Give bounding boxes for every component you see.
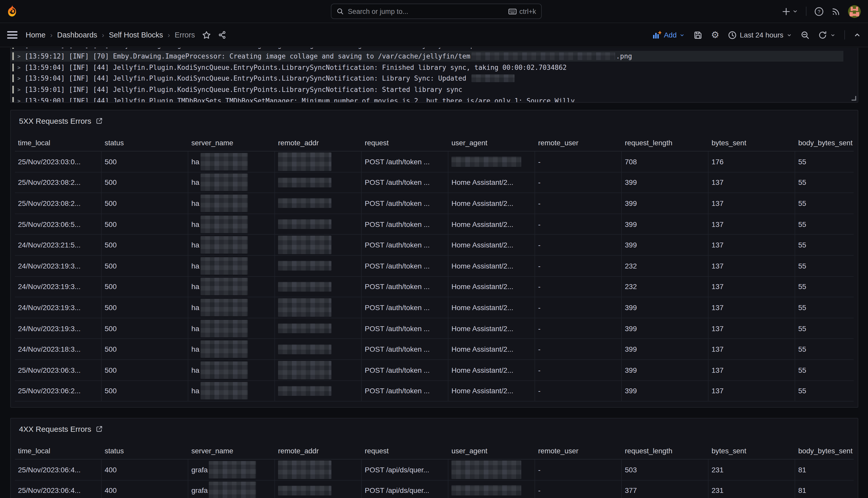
help-button[interactable]: ? bbox=[814, 6, 824, 16]
mega-menu-icon[interactable] bbox=[7, 31, 17, 39]
table-row: 25/Nov/2023:06:5...500haPOST /auth/token… bbox=[15, 214, 854, 235]
column-header-remote_addr[interactable]: remote_addr bbox=[275, 139, 362, 147]
cell-bytes_sent: 137 bbox=[708, 318, 795, 339]
add-button[interactable]: Add bbox=[653, 31, 685, 39]
search-placeholder: Search or jump to... bbox=[348, 8, 408, 15]
log-row[interactable]: >[13:59:12] [INF] [70] Emby.Drawing.Imag… bbox=[11, 51, 843, 62]
cell-body_bytes_sent: 55 bbox=[795, 360, 858, 380]
cell-bytes_sent: 231 bbox=[708, 459, 795, 480]
cell-remote_user: - bbox=[535, 459, 622, 480]
grafana-logo-icon[interactable] bbox=[7, 5, 17, 17]
share-icon[interactable] bbox=[218, 31, 226, 39]
star-icon[interactable] bbox=[202, 30, 211, 39]
cell-body_bytes_sent: 55 bbox=[795, 318, 858, 339]
cell-request: POST /auth/token ... bbox=[362, 276, 448, 297]
new-menu-button[interactable] bbox=[782, 7, 798, 16]
redacted-value bbox=[278, 261, 331, 271]
log-expand-icon[interactable]: > bbox=[17, 64, 21, 70]
cell-time_local: 25/Nov/2023:08:2... bbox=[15, 193, 101, 213]
cell-bytes_sent: 137 bbox=[708, 276, 795, 297]
cell-body_bytes_sent: 55 bbox=[795, 214, 858, 234]
cell-request: POST /auth/token ... bbox=[362, 297, 448, 317]
log-expand-icon[interactable]: > bbox=[17, 53, 21, 59]
cell-time_local: 25/Nov/2023:06:4... bbox=[15, 480, 101, 498]
log-expand-icon[interactable]: > bbox=[17, 76, 21, 81]
refresh-button[interactable] bbox=[818, 30, 836, 39]
cell-status: 500 bbox=[101, 381, 188, 401]
column-header-status[interactable]: status bbox=[101, 139, 188, 147]
column-header-body_bytes_sent[interactable]: body_bytes_sent bbox=[795, 139, 858, 147]
redacted-value bbox=[278, 219, 331, 229]
log-row[interactable]: >[13:59:12] [INF] [70] Emby.Drawing.Imag… bbox=[11, 48, 843, 51]
column-header-remote_user[interactable]: remote_user bbox=[535, 446, 622, 455]
cell-time_local: 25/Nov/2023:06:3... bbox=[15, 360, 101, 380]
cell-remote_user: - bbox=[535, 297, 622, 317]
panel-title[interactable]: 4XX Requests Errors bbox=[19, 424, 91, 433]
panel-resize-handle[interactable] bbox=[852, 96, 856, 101]
cell-server_name: ha bbox=[188, 152, 275, 172]
redacted-value bbox=[278, 344, 331, 354]
column-header-request[interactable]: request bbox=[362, 139, 448, 147]
breadcrumb: Home › Dashboards › Self Host Blocks › E… bbox=[26, 31, 195, 39]
column-header-remote_user[interactable]: remote_user bbox=[535, 139, 622, 147]
cell-user_agent bbox=[448, 152, 535, 172]
external-link-icon[interactable] bbox=[96, 117, 103, 124]
log-expand-icon[interactable]: > bbox=[17, 98, 21, 103]
cell-remote_addr bbox=[275, 256, 362, 276]
table-header-row: time_localstatusserver_nameremote_addrre… bbox=[15, 442, 854, 459]
log-row[interactable]: >[13:59:01] [INF] [44] Jellyfin.Plugin.K… bbox=[11, 84, 843, 95]
log-level-bar bbox=[12, 52, 14, 60]
column-header-user_agent[interactable]: user_agent bbox=[448, 139, 535, 147]
log-row[interactable]: >[13:59:04] [INF] [44] Jellyfin.Plugin.K… bbox=[11, 73, 843, 84]
redacted-value bbox=[200, 195, 247, 212]
cell-server_name: ha bbox=[188, 297, 275, 317]
zoom-out-icon bbox=[801, 30, 810, 39]
user-avatar[interactable] bbox=[848, 5, 861, 18]
chevron-down-icon bbox=[679, 32, 685, 38]
breadcrumb-dashboards[interactable]: Dashboards bbox=[57, 31, 97, 39]
column-header-time_local[interactable]: time_local bbox=[15, 139, 101, 147]
news-button[interactable] bbox=[831, 7, 840, 16]
zoom-out-time-button[interactable] bbox=[801, 30, 810, 39]
cell-remote_user: - bbox=[535, 339, 622, 359]
column-header-request[interactable]: request bbox=[362, 446, 448, 455]
column-header-bytes_sent[interactable]: bytes_sent bbox=[708, 139, 795, 147]
column-header-body_bytes_sent[interactable]: body_bytes_sent bbox=[795, 446, 858, 455]
redacted-value bbox=[451, 157, 521, 167]
breadcrumb-self-host-blocks[interactable]: Self Host Blocks bbox=[109, 31, 163, 39]
breadcrumb-home[interactable]: Home bbox=[26, 31, 45, 39]
cell-bytes_sent: 137 bbox=[708, 297, 795, 317]
dashboard-settings-button[interactable]: ⚙ bbox=[711, 30, 719, 40]
column-header-bytes_sent[interactable]: bytes_sent bbox=[708, 446, 795, 455]
redacted-value bbox=[200, 236, 247, 254]
log-row[interactable]: >[13:59:04] [INF] [44] Jellyfin.Plugin.K… bbox=[11, 62, 843, 73]
search-input[interactable]: Search or jump to... ctrl+k bbox=[331, 4, 542, 19]
panel-title[interactable]: 5XX Requests Errors bbox=[19, 116, 91, 125]
column-header-remote_addr[interactable]: remote_addr bbox=[275, 446, 362, 455]
collapse-toolbar-button[interactable] bbox=[854, 31, 861, 39]
log-message: [13:59:04] [INF] [44] Jellyfin.Plugin.Ko… bbox=[25, 63, 567, 71]
redacted-value bbox=[278, 198, 331, 208]
log-expand-icon[interactable]: > bbox=[17, 87, 21, 92]
redacted-value bbox=[451, 460, 521, 479]
cell-time_local: 25/Nov/2023:06:2... bbox=[15, 381, 101, 401]
time-range-picker[interactable]: Last 24 hours bbox=[728, 30, 792, 39]
cell-time_local: 24/Nov/2023:19:3... bbox=[15, 297, 101, 317]
svg-text:?: ? bbox=[818, 9, 820, 14]
cell-server_name: ha bbox=[188, 339, 275, 359]
column-header-server_name[interactable]: server_name bbox=[188, 446, 275, 455]
column-header-user_agent[interactable]: user_agent bbox=[448, 446, 535, 455]
save-dashboard-button[interactable] bbox=[694, 30, 702, 39]
redacted-value bbox=[278, 178, 331, 187]
external-link-icon[interactable] bbox=[96, 425, 103, 432]
cell-status: 400 bbox=[101, 480, 188, 498]
table-row: 25/Nov/2023:08:2...500haPOST /auth/token… bbox=[15, 193, 854, 214]
column-header-request_length[interactable]: request_length bbox=[622, 446, 708, 455]
column-header-status[interactable]: status bbox=[101, 446, 188, 455]
column-header-request_length[interactable]: request_length bbox=[622, 139, 708, 147]
cell-request_length: 399 bbox=[622, 360, 708, 380]
cell-time_local: 24/Nov/2023:19:3... bbox=[15, 318, 101, 339]
column-header-server_name[interactable]: server_name bbox=[188, 139, 275, 147]
column-header-time_local[interactable]: time_local bbox=[15, 446, 101, 455]
log-row[interactable]: >[13:59:00] [INF] [44] Jellyfin.Plugin.T… bbox=[11, 95, 843, 103]
